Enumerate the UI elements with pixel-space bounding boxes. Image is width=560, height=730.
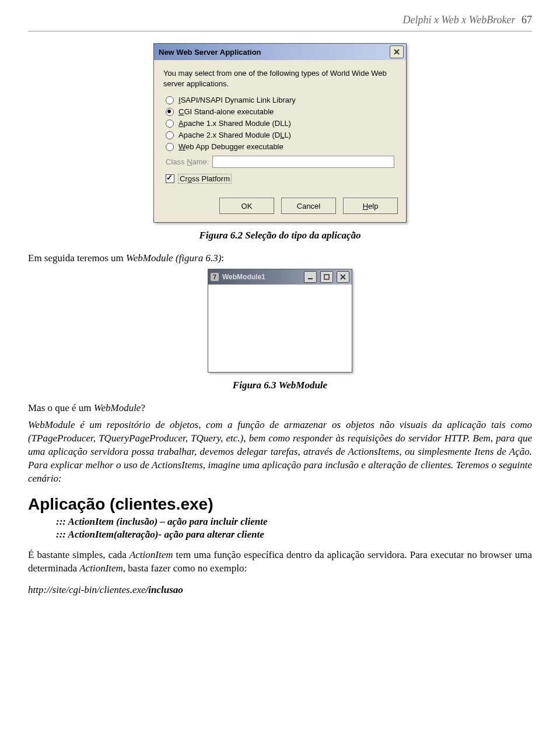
dialog-button-bar: OK Cancel Help [162,192,398,214]
close-icon [394,49,400,55]
actionitem-inclusao: ::: ActionItem (inclusão) – ação para in… [56,516,532,528]
radio-input[interactable] [166,131,174,139]
cancel-button[interactable]: Cancel [281,198,336,214]
help-button[interactable]: Help [343,198,398,214]
cross-platform-checkbox[interactable] [166,174,174,183]
dialog-titlebar[interactable]: New Web Server Application [154,44,406,60]
paragraph-3: WebModule é um repositório de objetos, c… [28,419,532,486]
window-title: WebModule1 [222,273,300,281]
radio-label: ISAPI/NSAPI Dynamic Link Library [178,96,296,104]
paragraph-1: Em seguida teremos um WebModule (figura … [28,252,532,265]
dialog-new-web-server-app: New Web Server Application You may selec… [153,43,407,223]
radio-option-4[interactable]: Web App Debugger executable [166,142,394,151]
figure-6-3: 7 WebModule1 [28,269,532,373]
paragraph-2: Mas o que é um WebModule? [28,402,532,415]
window-app-icon: 7 [211,273,219,281]
dialog-title: New Web Server Application [159,48,390,57]
figure-6-2: New Web Server Application You may selec… [28,43,532,223]
maximize-button[interactable] [320,271,333,283]
radio-input[interactable] [166,143,174,151]
radio-option-2[interactable]: Apache 1.x Shared Module (DLL) [166,119,394,128]
figure-6-2-caption: Figura 6.2 Seleção do tipo da aplicação [28,230,532,241]
paragraph-4: É bastante simples, cada ActionItem tem … [28,549,532,575]
webmodule-window: 7 WebModule1 [208,269,352,373]
radio-label: Apache 1.x Shared Module (DLL) [178,119,291,128]
class-name-row: Class Name: [166,156,394,168]
example-url: http://site/cgi-bin/clientes.exe/inclusa… [28,584,532,597]
cross-platform-label: Cross Platform [178,174,232,184]
radio-input[interactable] [166,120,174,128]
radio-option-0[interactable]: ISAPI/NSAPI Dynamic Link Library [166,96,394,104]
maximize-icon [324,274,330,280]
radio-option-1[interactable]: CGI Stand-alone executable [166,107,394,116]
window-titlebar[interactable]: 7 WebModule1 [208,269,352,285]
close-icon [340,274,346,280]
page: Delphi x Web x WebBroker 67 New Web Serv… [0,0,560,730]
radio-label: CGI Stand-alone executable [178,107,274,116]
figure-6-3-caption: Figura 6.3 WebModule [28,380,532,391]
radio-label: Web App Debugger executable [178,142,284,151]
ok-button[interactable]: OK [219,198,274,214]
actionitem-alteracao: ::: ActionItem(alteração)- ação para alt… [56,529,532,541]
dialog-body: You may select from one of the following… [154,60,406,222]
radio-input[interactable] [166,96,174,104]
cross-platform-row[interactable]: Cross Platform [166,174,394,184]
header-rule [28,31,532,31]
heading-aplicacao: Aplicação (clientes.exe) [28,495,532,514]
svg-rect-0 [308,278,313,279]
running-header: Delphi x Web x WebBroker 67 [28,14,532,26]
radio-input[interactable] [166,108,174,116]
radio-label: Apache 2.x Shared Module (DLL) [178,131,291,139]
dialog-intro-text: You may select from one of the following… [163,68,397,89]
class-name-label: Class Name: [166,157,209,166]
page-number: 67 [522,14,532,26]
close-button[interactable] [337,271,349,283]
minimize-button[interactable] [304,271,317,283]
header-title: Delphi x Web x WebBroker [403,14,516,26]
radio-option-3[interactable]: Apache 2.x Shared Module (DLL) [166,131,394,139]
class-name-input[interactable] [212,156,394,168]
svg-rect-1 [324,275,329,279]
minimize-icon [307,274,313,280]
close-button[interactable] [390,45,404,58]
window-client-area[interactable] [208,285,352,372]
